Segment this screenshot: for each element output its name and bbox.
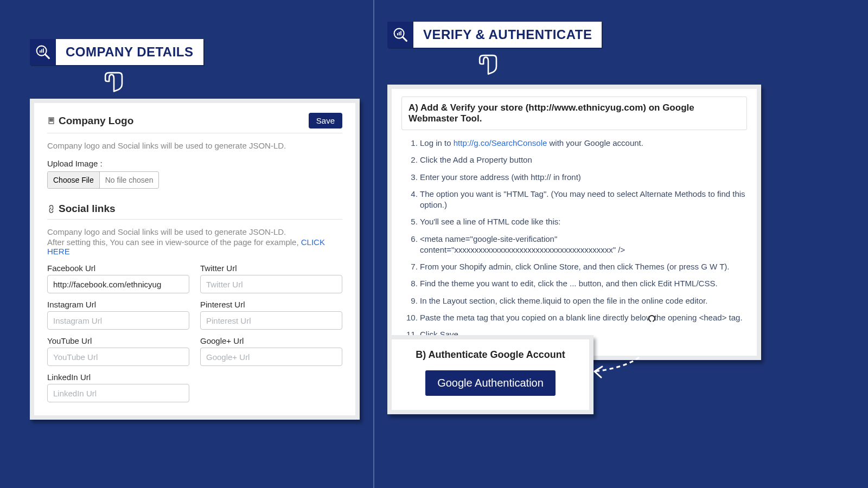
pointing-hand-icon — [102, 69, 126, 95]
instagram-input[interactable] — [47, 311, 189, 330]
twitter-input[interactable] — [200, 275, 342, 293]
list-item: <meta name="google-site-verification" co… — [420, 234, 747, 256]
pinterest-field: Pinterest Url — [200, 300, 342, 330]
company-details-panel: Company Logo Save Company logo and Socia… — [30, 99, 360, 420]
company-details-badge: COMPANY DETAILS — [30, 39, 203, 65]
verify-authenticate-label: VERIFY & AUTHENTICATE — [413, 27, 602, 42]
linkedin-label: LinkedIn Url — [47, 373, 189, 382]
instagram-field: Instagram Url — [47, 300, 189, 330]
twitter-label: Twitter Url — [200, 264, 342, 273]
svg-rect-4 — [43, 48, 44, 53]
verify-panel: A) Add & Verify your store (http://www.e… — [387, 85, 761, 360]
file-input[interactable]: Choose File No file chosen — [47, 171, 159, 189]
social-description-2: After setting this, You can see in view-… — [47, 237, 342, 256]
social-links-heading: Social links — [47, 203, 342, 215]
linkedin-input[interactable] — [47, 384, 189, 402]
gplus-field: Google+ Url — [200, 336, 342, 366]
analytics-magnifier-icon — [387, 22, 413, 48]
svg-rect-14 — [52, 120, 53, 121]
list-item: Paste the meta tag that you copied on a … — [420, 312, 747, 323]
list-item: Click the Add a Property button — [420, 155, 747, 165]
list-item: In the Layout section, click theme.liqui… — [420, 296, 747, 306]
gplus-label: Google+ Url — [200, 336, 342, 345]
facebook-label: Facebook Url — [47, 264, 189, 273]
facebook-field: Facebook Url — [47, 264, 189, 293]
svg-rect-8 — [399, 32, 400, 35]
facebook-input[interactable] — [47, 275, 189, 293]
file-status-text: No file chosen — [100, 176, 159, 184]
logo-description: Company logo and Social links will be us… — [47, 141, 342, 150]
social-links-title: Social links — [59, 203, 116, 215]
pinterest-input[interactable] — [200, 311, 342, 330]
list-item: From your Shopify admin, click Online St… — [420, 261, 747, 272]
upload-image-label: Upload Image : — [47, 159, 342, 168]
svg-line-1 — [45, 54, 49, 58]
company-details-label: COMPANY DETAILS — [56, 44, 203, 60]
google-authentication-button[interactable]: Google Authentication — [425, 370, 556, 396]
divider-line — [47, 219, 342, 220]
twitter-field: Twitter Url — [200, 264, 342, 293]
list-item: Find the theme you want to edit, click t… — [420, 278, 747, 289]
vertical-divider — [373, 0, 374, 488]
connector-dot — [648, 315, 655, 322]
search-console-link[interactable]: http://g.co/SearchConsole — [454, 138, 547, 147]
verify-heading: A) Add & Verify your store (http://www.e… — [401, 97, 747, 130]
svg-rect-13 — [50, 120, 51, 121]
list-item: The option you want is "HTML Tag". (You … — [420, 189, 747, 211]
authenticate-panel: B) Authenticate Google Account Google Au… — [387, 335, 593, 414]
choose-file-button[interactable]: Choose File — [48, 172, 100, 188]
gplus-input[interactable] — [200, 348, 342, 366]
linkedin-field: LinkedIn Url — [47, 373, 189, 402]
youtube-field: YouTube Url — [47, 336, 189, 366]
youtube-label: YouTube Url — [47, 336, 189, 345]
list-item: Enter your store address (with http:// i… — [420, 172, 747, 183]
svg-rect-7 — [397, 33, 398, 35]
divider-line — [47, 133, 342, 133]
link-icon — [47, 205, 55, 213]
svg-rect-9 — [400, 31, 401, 35]
svg-line-6 — [403, 37, 406, 41]
pinterest-label: Pinterest Url — [200, 300, 342, 309]
company-logo-title: Company Logo — [59, 115, 133, 127]
svg-rect-2 — [40, 50, 41, 53]
authenticate-heading: B) Authenticate Google Account — [405, 349, 576, 361]
list-item: Log in to http://g.co/SearchConsole with… — [420, 138, 747, 149]
instagram-label: Instagram Url — [47, 300, 189, 309]
svg-rect-3 — [41, 49, 42, 53]
verify-authenticate-badge: VERIFY & AUTHENTICATE — [387, 22, 602, 48]
verify-steps-list: Log in to http://g.co/SearchConsole with… — [401, 138, 747, 340]
building-icon — [47, 117, 55, 125]
company-logo-heading: Company Logo — [47, 115, 133, 127]
youtube-input[interactable] — [47, 348, 189, 366]
analytics-magnifier-icon — [30, 39, 56, 65]
svg-rect-11 — [50, 119, 51, 120]
save-button[interactable]: Save — [309, 113, 342, 129]
svg-rect-12 — [52, 119, 53, 120]
pointing-hand-icon — [476, 52, 500, 78]
list-item: You'll see a line of HTML code like this… — [420, 216, 747, 227]
social-description-1: Company logo and Social links will be us… — [47, 227, 342, 236]
